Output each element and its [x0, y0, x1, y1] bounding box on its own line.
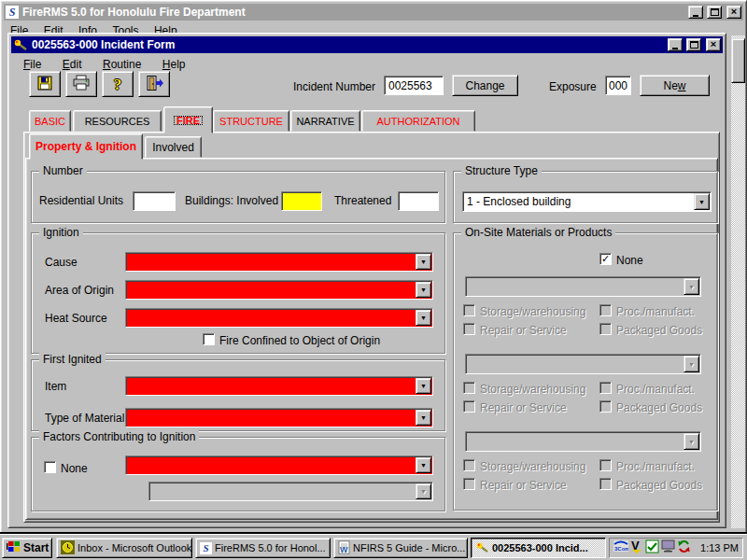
fire-confined-label: Fire Confined to Object of Origin	[219, 334, 380, 347]
subtab-involved[interactable]: Involved	[145, 136, 202, 158]
cause-combobox[interactable]: ▼	[125, 252, 433, 272]
print-icon	[72, 75, 91, 93]
storage-warehousing-label: Storage/warehousing	[480, 305, 585, 318]
combo-value: 1 - Enclosed building	[467, 195, 692, 208]
type-of-material-combobox[interactable]: ▼	[125, 408, 433, 427]
item-label: Item	[45, 380, 66, 393]
close-icon: ×	[731, 7, 737, 17]
material1-proc-checkbox	[599, 304, 612, 316]
chevron-down-icon[interactable]: ▼	[416, 254, 431, 270]
tray-icon-sync[interactable]	[677, 539, 691, 557]
chevron-down-icon[interactable]: ▼	[416, 457, 431, 473]
start-button[interactable]: Start	[2, 538, 52, 558]
new-button[interactable]: New	[640, 75, 710, 96]
subtab-label: Involved	[152, 141, 194, 154]
tab-label: FIRE	[171, 113, 205, 128]
save-button[interactable]	[29, 71, 61, 97]
tab-fire[interactable]: FIRE	[163, 106, 213, 133]
structure-type-group: Structure Type 1 - Enclosed building ▼	[453, 171, 718, 223]
buildings-involved-label: Buildings: Involved	[185, 194, 278, 207]
exit-button[interactable]	[138, 71, 170, 97]
vertical-scrollbar[interactable]	[731, 35, 745, 528]
subtab-label: Property & Ignition	[35, 140, 136, 153]
structure-type-combobox[interactable]: 1 - Enclosed building ▼	[462, 191, 712, 212]
tab-narrative[interactable]: NARRATIVE	[290, 110, 360, 132]
packaged-goods-label: Packaged Goods	[616, 324, 702, 337]
buildings-involved-input[interactable]	[281, 191, 322, 211]
incident-number-field[interactable]: 0025563	[384, 76, 444, 95]
subtab-property-ignition[interactable]: Property & Ignition	[29, 133, 143, 160]
tab-authorization[interactable]: AUTHORIZATION	[361, 110, 475, 132]
fire-confined-checkbox[interactable]	[203, 333, 215, 345]
chevron-down-icon[interactable]: ▼	[416, 310, 431, 326]
chevron-down-icon[interactable]: ▼	[694, 193, 710, 210]
new-button-label-underlined: w	[678, 79, 686, 92]
scrollbar-thumb[interactable]	[731, 38, 745, 83]
main-titlebar: S FireRMS 5.0 for Honolulu Fire Departme…	[4, 4, 743, 21]
incident-close-button[interactable]: ×	[706, 38, 721, 51]
incident-form-window: 0025563-000 Incident Form × File Edit Ro…	[7, 33, 726, 528]
area-of-origin-label: Area of Origin	[45, 284, 114, 297]
factors-group-title: Factors Contributing to Ignition	[39, 430, 199, 443]
main-minimize-button[interactable]	[688, 6, 703, 19]
change-button[interactable]: Change	[452, 75, 518, 96]
task-button-outlook[interactable]: Inbox - Microsoft Outlook	[56, 538, 192, 558]
tab-structure[interactable]: STRUCTURE	[213, 110, 289, 132]
incident-number-label: Incident Number	[293, 80, 375, 93]
storage-warehousing-label: Storage/warehousing	[480, 383, 585, 396]
help-button[interactable]: ?	[102, 71, 134, 97]
item-combobox[interactable]: ▼	[125, 376, 433, 396]
threatened-input[interactable]	[398, 191, 439, 211]
material3-combobox-disabled: ▼	[465, 431, 701, 452]
chevron-down-icon[interactable]: ▼	[416, 410, 431, 426]
exit-door-icon	[145, 75, 163, 94]
task-label: Inbox - Microsoft Outlook	[78, 542, 191, 553]
area-of-origin-combobox[interactable]: ▼	[125, 280, 433, 300]
material3-storage-checkbox	[463, 459, 475, 471]
onsite-group-title: On-Site Materials or Products	[461, 226, 615, 239]
material2-combobox-disabled: ▼	[465, 354, 701, 374]
onsite-none-checkbox[interactable]	[599, 253, 612, 265]
print-button[interactable]	[65, 71, 97, 97]
residential-units-input[interactable]	[133, 191, 176, 211]
tray-icon-display[interactable]	[661, 539, 675, 556]
tray-icon-virus-shield[interactable]: V	[630, 539, 643, 557]
material2-repair-checkbox	[463, 400, 475, 413]
chevron-down-icon[interactable]: ▼	[416, 282, 431, 298]
incident-maximize-button[interactable]	[686, 38, 701, 51]
threatened-label: Threatened	[334, 194, 391, 207]
tray-icon-3com[interactable]: 3Com	[613, 539, 628, 557]
tray-icon-system-check[interactable]	[645, 539, 659, 557]
factors-none-checkbox[interactable]	[44, 461, 56, 473]
tab-resources[interactable]: RESOURCES	[73, 110, 162, 132]
task-button-firerms[interactable]: S FireRMS 5.0 for Honol...	[195, 538, 331, 558]
main-close-button[interactable]: ×	[726, 6, 741, 19]
exposure-label: Exposure	[549, 80, 597, 93]
factors-group: Factors Contributing to Ignition None ▼ …	[31, 437, 445, 511]
minimize-icon	[693, 15, 698, 17]
number-group: Number Residential Units Buildings: Invo…	[31, 171, 445, 223]
task-button-incident[interactable]: 0025563-000 Incid...	[471, 538, 606, 558]
heat-source-combobox[interactable]: ▼	[125, 308, 433, 328]
first-ignited-group: First Ignited Item ▼ Type of Material ▼	[31, 359, 445, 431]
factor1-combobox[interactable]: ▼	[125, 455, 433, 475]
chevron-down-icon[interactable]: ▼	[416, 378, 431, 394]
tab-label: NARRATIVE	[296, 116, 354, 127]
ignition-group: Ignition Cause ▼ Area of Origin ▼ Heat S…	[31, 232, 445, 354]
task-button-nfirs[interactable]: W NFIRS 5 Guide - Micro...	[333, 538, 468, 558]
onsite-none-label: None	[616, 254, 643, 267]
maximize-icon	[690, 41, 698, 49]
number-group-title: Number	[39, 164, 87, 177]
main-maximize-button[interactable]	[707, 6, 722, 19]
first-ignited-group-title: First Ignited	[39, 353, 106, 366]
incident-minimize-button[interactable]	[668, 38, 683, 51]
firerms-s-icon: S	[200, 542, 212, 554]
exposure-field[interactable]: 000	[605, 76, 631, 95]
task-label: 0025563-000 Incid...	[492, 542, 588, 553]
clock: 1:13 PM	[700, 542, 739, 553]
new-button-label: Ne	[663, 79, 677, 92]
cause-label: Cause	[45, 256, 78, 269]
material2-proc-checkbox	[599, 382, 612, 394]
minimize-icon	[672, 48, 678, 49]
tab-basic[interactable]: BASIC	[29, 110, 71, 132]
